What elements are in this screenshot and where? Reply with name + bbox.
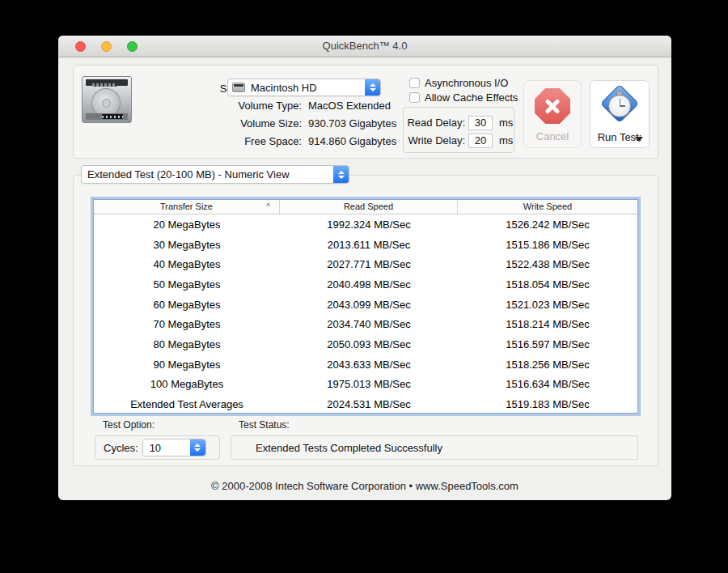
volume-size-value: 930.703 Gigabytes [308, 117, 396, 131]
test-option-box: Cycles: [95, 435, 220, 460]
column-header-label: Transfer Size [160, 202, 213, 211]
cycles-label: Cycles: [104, 442, 138, 454]
table-row[interactable]: 40 MegaBytes 2027.771 MB/Sec 1522.438 MB… [94, 254, 637, 274]
write-speed-cell: 1522.438 MB/Sec [458, 258, 637, 270]
transfer-size-cell: 40 MegaBytes [94, 258, 280, 270]
volume-size-label: Volume Size: [146, 117, 302, 131]
cancel-stop-icon [535, 88, 570, 124]
transfer-size-cell: 30 MegaBytes [94, 239, 280, 251]
delay-settings-box: Read Delay: ms Write Delay: ms [403, 107, 514, 153]
test-type-popup[interactable]: Extended Test (20-100 MB) - Numeric View [81, 165, 349, 184]
stopwatch-diamond-icon [599, 86, 640, 125]
cancel-button-label: Cancel [524, 130, 581, 142]
column-header-write-speed[interactable]: Write Speed [458, 200, 637, 214]
async-io-checkbox[interactable] [409, 78, 420, 88]
title-bar[interactable]: QuickBench™ 4.0 [58, 36, 671, 57]
write-speed-cell: 1515.186 MB/Sec [458, 239, 637, 251]
column-header-label: Write Speed [523, 202, 572, 211]
read-delay-label: Read Delay: [404, 117, 465, 129]
run-test-button[interactable]: Run Test: [590, 80, 650, 148]
read-speed-cell: 2043.099 MB/Sec [280, 299, 458, 311]
table-row[interactable]: 70 MegaBytes 2034.740 MB/Sec 1518.214 MB… [94, 314, 637, 334]
cycles-combo[interactable] [142, 439, 206, 456]
read-speed-cell: 2040.498 MB/Sec [280, 278, 458, 291]
write-delay-label: Write Delay: [404, 134, 465, 146]
popup-stepper-icon [333, 166, 349, 183]
table-row[interactable]: 100 MegaBytes 1975.013 MB/Sec 1516.634 M… [94, 375, 637, 395]
sort-ascending-icon: ^ [266, 200, 270, 214]
write-speed-cell: 1521.023 MB/Sec [458, 299, 637, 311]
transfer-size-cell: 20 MegaBytes [94, 219, 280, 231]
test-status-box: Extended Tests Completed Successfully [231, 435, 638, 460]
read-speed-cell: 2043.633 MB/Sec [280, 359, 458, 371]
test-option-label: Test Option: [103, 419, 154, 431]
read-delay-input[interactable] [468, 116, 493, 130]
free-space-label: Free Space: [146, 134, 302, 149]
free-space-value: 914.860 Gigabytes [308, 134, 396, 149]
transfer-size-cell: 80 MegaBytes [94, 338, 280, 350]
write-delay-input[interactable] [468, 134, 493, 148]
window-title: QuickBench™ 4.0 [58, 36, 671, 57]
column-header-read-speed[interactable]: Read Speed [280, 200, 458, 214]
test-type-value: Extended Test (20-100 MB) - Numeric View [82, 168, 333, 180]
write-delay-unit: ms [499, 134, 513, 146]
table-row[interactable]: 50 MegaBytes 2040.498 MB/Sec 1518.054 MB… [94, 274, 637, 295]
volume-settings-panel: Selected Volume: Macintosh HD Volume Typ… [73, 65, 658, 159]
volume-disk-icon [232, 83, 245, 92]
benchmark-results-table: Transfer Size ^ Read Speed Write Speed 2… [93, 199, 638, 414]
popup-stepper-icon [365, 79, 380, 96]
volume-type-value: MacOS Extended [308, 99, 391, 113]
write-speed-cell: 1518.214 MB/Sec [458, 318, 637, 330]
transfer-size-cell: 70 MegaBytes [94, 318, 280, 330]
run-test-dropdown-icon [635, 137, 643, 142]
column-header-transfer-size[interactable]: Transfer Size ^ [94, 200, 280, 214]
write-speed-cell: 1518.054 MB/Sec [458, 278, 637, 291]
selected-volume-popup[interactable]: Macintosh HD [227, 79, 381, 96]
test-status-value: Extended Tests Completed Successfully [256, 442, 442, 454]
column-header-label: Read Speed [344, 202, 393, 211]
selected-volume-value: Macintosh HD [245, 82, 365, 94]
table-body: 20 MegaBytes 1992.324 MB/Sec 1526.242 MB… [94, 214, 637, 414]
read-speed-cell: 2027.771 MB/Sec [280, 258, 458, 270]
write-speed-cell: 1526.242 MB/Sec [458, 219, 637, 231]
transfer-size-cell: Extended Test Averages [94, 398, 280, 410]
table-row[interactable]: 60 MegaBytes 2043.099 MB/Sec 1521.023 MB… [94, 295, 637, 315]
async-io-checkbox-row: Asynchronous I/O [409, 76, 508, 89]
write-speed-cell: 1519.183 MB/Sec [458, 398, 637, 410]
volume-type-label: Volume Type: [146, 99, 302, 113]
read-speed-cell: 2013.611 MB/Sec [280, 239, 458, 251]
table-header-row: Transfer Size ^ Read Speed Write Speed [94, 200, 637, 214]
table-row[interactable]: 30 MegaBytes 2013.611 MB/Sec 1515.186 MB… [94, 235, 637, 255]
hard-drive-icon [82, 76, 132, 123]
footer-copyright: © 2000-2008 Intech Software Corporation … [58, 479, 671, 494]
transfer-size-cell: 50 MegaBytes [94, 278, 280, 291]
transfer-size-cell: 60 MegaBytes [94, 299, 280, 311]
read-speed-cell: 1992.324 MB/Sec [280, 219, 458, 231]
write-speed-cell: 1516.597 MB/Sec [458, 338, 637, 350]
table-row[interactable]: 20 MegaBytes 1992.324 MB/Sec 1526.242 MB… [94, 214, 637, 235]
cache-effects-label: Allow Cache Effects [425, 91, 518, 104]
cache-effects-checkbox-row: Allow Cache Effects [409, 91, 518, 104]
read-delay-unit: ms [499, 117, 513, 129]
write-speed-cell: 1518.256 MB/Sec [458, 359, 637, 371]
desktop-background: QuickBench™ 4.0 Selected Volume: Macinto… [0, 0, 728, 573]
table-row[interactable]: 90 MegaBytes 2043.633 MB/Sec 1518.256 MB… [94, 354, 637, 375]
cancel-button[interactable]: Cancel [523, 80, 582, 148]
cache-effects-checkbox[interactable] [409, 92, 420, 103]
async-io-label: Asynchronous I/O [425, 77, 508, 89]
read-speed-cell: 1975.013 MB/Sec [280, 378, 458, 390]
table-row[interactable]: Extended Test Averages 2024.531 MB/Sec 1… [94, 394, 637, 414]
cycles-input[interactable] [143, 439, 190, 456]
transfer-size-cell: 90 MegaBytes [94, 359, 280, 371]
write-speed-cell: 1516.634 MB/Sec [458, 378, 637, 390]
test-status-label: Test Status: [239, 419, 290, 431]
read-speed-cell: 2034.740 MB/Sec [280, 318, 458, 330]
read-speed-cell: 2050.093 MB/Sec [280, 338, 458, 350]
table-row[interactable]: 80 MegaBytes 2050.093 MB/Sec 1516.597 MB… [94, 334, 637, 354]
transfer-size-cell: 100 MegaBytes [94, 378, 280, 390]
read-speed-cell: 2024.531 MB/Sec [280, 398, 458, 410]
app-window: QuickBench™ 4.0 Selected Volume: Macinto… [58, 36, 671, 500]
cycles-stepper-icon [190, 439, 205, 456]
